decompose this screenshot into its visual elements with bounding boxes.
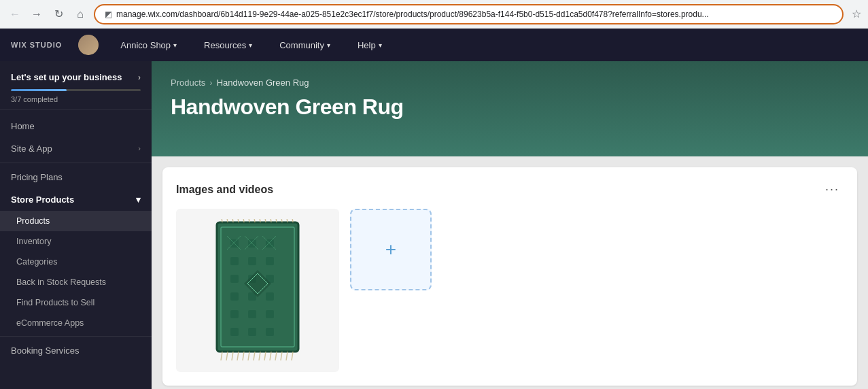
svg-line-41: [286, 352, 288, 360]
products-label: Products: [16, 216, 50, 226]
resources-dropdown[interactable]: Resources: [198, 37, 258, 53]
svg-line-38: [270, 352, 271, 360]
home-button[interactable]: ⌂: [72, 6, 88, 22]
svg-line-39: [275, 352, 277, 360]
progress-bar-fill: [11, 89, 67, 91]
svg-line-32: [237, 352, 239, 360]
sidebar-divider-2: [0, 336, 152, 337]
main-content: Let's set up your business › 3/7 complet…: [0, 61, 868, 389]
site-app-arrow-icon: ›: [138, 144, 141, 152]
sidebar-item-find-products[interactable]: Find Products to Sell: [0, 292, 152, 313]
sidebar-item-pricing-plans[interactable]: Pricing Plans: [0, 166, 152, 188]
svg-line-42: [292, 352, 293, 360]
store-products-label: Store Products: [11, 194, 74, 205]
product-image-thumb[interactable]: [176, 209, 339, 372]
add-image-button[interactable]: +: [350, 209, 432, 290]
sidebar-navigation: Home Site & App › Pricing Plans Store Pr…: [0, 109, 152, 367]
svg-rect-6: [230, 257, 239, 265]
breadcrumb-separator: ›: [209, 78, 212, 88]
address-bar[interactable]: ◩ manage.wix.com/dashboard/6b14d119-9e29…: [94, 4, 844, 24]
community-dropdown[interactable]: Community: [274, 37, 336, 53]
svg-rect-7: [248, 257, 256, 265]
svg-line-31: [232, 352, 233, 360]
avatar-button[interactable]: [78, 35, 99, 55]
ecommerce-apps-label: eCommerce Apps: [16, 318, 84, 328]
svg-line-33: [243, 352, 244, 360]
help-dropdown[interactable]: Help: [352, 37, 387, 53]
svg-line-34: [248, 352, 249, 360]
site-app-label: Site & App: [11, 143, 52, 154]
help-chevron-icon: [379, 41, 382, 49]
breadcrumb-products-link[interactable]: Products: [171, 78, 205, 88]
wix-text: WIX: [11, 41, 27, 49]
svg-rect-14: [266, 292, 274, 301]
shop-chevron-icon: [173, 41, 177, 49]
help-label: Help: [358, 40, 376, 50]
resources-chevron-icon: [249, 41, 252, 49]
three-dots-button[interactable]: ···: [821, 181, 844, 198]
browser-chrome: ← → ↻ ⌂ ◩ manage.wix.com/dashboard/6b14d…: [0, 0, 868, 29]
card-title: Images and videos: [176, 184, 273, 196]
content-body: Images and videos ···: [152, 156, 868, 389]
store-products-chevron-icon: [136, 194, 141, 205]
svg-line-37: [264, 352, 266, 360]
resources-label: Resources: [204, 40, 246, 50]
url-text: manage.wix.com/dashboard/6b14d119-9e29-4…: [116, 10, 833, 19]
page-title: Handwoven Green Rug: [171, 95, 849, 120]
setup-title-text: Let's set up your business: [11, 72, 122, 84]
categories-label: Categories: [16, 257, 57, 267]
wix-logo: WIX STUDIO: [11, 41, 62, 49]
content-header: Products › Handwoven Green Rug Handwoven…: [152, 61, 868, 156]
sidebar: Let's set up your business › 3/7 complet…: [0, 61, 152, 389]
images-videos-card: Images and videos ···: [162, 167, 857, 386]
studio-text: STUDIO: [30, 41, 63, 49]
add-image-icon: +: [385, 239, 396, 260]
content-area: Products › Handwoven Green Rug Handwoven…: [152, 61, 868, 389]
forward-button[interactable]: →: [29, 6, 45, 22]
community-label: Community: [279, 40, 324, 50]
breadcrumb: Products › Handwoven Green Rug: [171, 78, 849, 88]
booking-services-label: Booking Services: [11, 345, 79, 356]
svg-line-35: [254, 352, 255, 360]
svg-rect-12: [230, 292, 239, 301]
setup-title-btn[interactable]: Let's set up your business ›: [11, 72, 141, 84]
rug-image-svg: [210, 219, 305, 362]
progress-text: 3/7 completed: [11, 95, 141, 103]
svg-line-30: [226, 352, 228, 360]
svg-rect-20: [266, 328, 274, 336]
bookmark-icon[interactable]: ☆: [852, 7, 861, 20]
avatar-image: [78, 35, 99, 55]
shop-name: Annico Shop: [120, 40, 171, 50]
sidebar-item-categories[interactable]: Categories: [0, 252, 152, 272]
sidebar-item-ecommerce-apps[interactable]: eCommerce Apps: [0, 313, 152, 333]
svg-rect-17: [266, 310, 274, 318]
inventory-label: Inventory: [16, 237, 51, 246]
sidebar-item-site-app[interactable]: Site & App ›: [0, 137, 152, 160]
security-icon: ◩: [105, 10, 112, 19]
shop-dropdown[interactable]: Annico Shop: [115, 37, 182, 53]
back-button[interactable]: ←: [7, 6, 23, 22]
setup-arrow-icon: ›: [138, 73, 141, 84]
image-gallery: +: [176, 209, 844, 372]
svg-line-36: [259, 352, 260, 360]
refresh-button[interactable]: ↻: [50, 6, 67, 22]
sidebar-item-back-in-stock[interactable]: Back in Stock Requests: [0, 272, 152, 292]
svg-rect-9: [230, 275, 239, 283]
sidebar-item-inventory[interactable]: Inventory: [0, 231, 152, 252]
sidebar-item-home[interactable]: Home: [0, 115, 152, 137]
sidebar-item-booking-services[interactable]: Booking Services: [0, 339, 152, 362]
setup-section: Let's set up your business › 3/7 complet…: [0, 61, 152, 109]
sidebar-divider-1: [0, 163, 152, 163]
sidebar-item-products[interactable]: Products: [0, 211, 152, 231]
pricing-plans-label: Pricing Plans: [11, 172, 63, 182]
svg-rect-8: [266, 257, 274, 265]
svg-rect-19: [248, 328, 256, 336]
svg-line-29: [221, 352, 222, 360]
svg-rect-15: [230, 310, 239, 318]
community-chevron-icon: [327, 41, 330, 49]
sidebar-item-store-products[interactable]: Store Products: [0, 188, 152, 211]
app-layout: WIX STUDIO Annico Shop Resources Communi…: [0, 29, 868, 389]
breadcrumb-current-page: Handwoven Green Rug: [217, 78, 309, 88]
home-label: Home: [11, 121, 35, 131]
card-header: Images and videos ···: [176, 181, 844, 198]
